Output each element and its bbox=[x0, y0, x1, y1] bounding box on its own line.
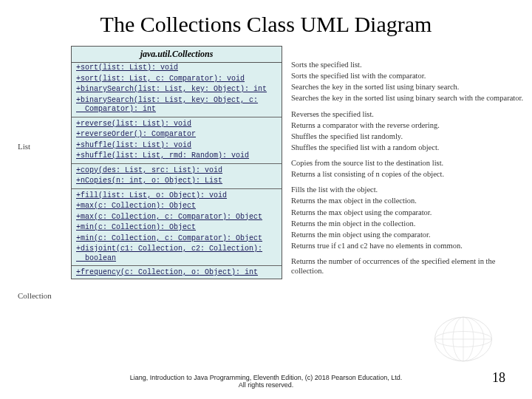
method-description: Searches the key in the sorted list usin… bbox=[291, 81, 528, 92]
uml-method: +sort(list: List): void bbox=[72, 63, 282, 74]
divider-icon bbox=[72, 117, 282, 117]
method-description: Fills the list with the object. bbox=[291, 184, 528, 195]
method-description: Copies from the source list to the desti… bbox=[291, 157, 528, 168]
uml-method: +shuffle(list: List, rmd: Random): void bbox=[72, 151, 282, 162]
uml-method: +reverseOrder(): Comparator bbox=[72, 129, 282, 140]
uml-method: +reverse(list: List): void bbox=[72, 119, 282, 130]
uml-method: +disjoint(c1: Collection, c2: Collection… bbox=[72, 244, 282, 264]
uml-method: +binarySearch(list: List, key: Object): … bbox=[72, 84, 282, 95]
globe-watermark-icon bbox=[430, 313, 497, 365]
method-description: Returns true if c1 and c2 have no elemen… bbox=[291, 240, 528, 251]
footer: Liang, Introduction to Java Programming,… bbox=[0, 374, 532, 389]
uml-method: +min(c: Collection, c: Comparator): Obje… bbox=[72, 233, 282, 245]
uml-class-header: java.util.Collections bbox=[72, 47, 282, 63]
method-description: Returns a list consisting of n copies of… bbox=[291, 168, 528, 180]
divider-icon bbox=[72, 163, 282, 164]
method-description: Reverses the specified list. bbox=[291, 109, 528, 120]
page-number: 18 bbox=[492, 370, 505, 386]
divider-icon bbox=[72, 265, 282, 266]
method-description: Searches the key in the sorted list usin… bbox=[291, 92, 528, 103]
uml-method: +min(c: Collection): Object bbox=[72, 222, 282, 233]
diagram-container: List Collection java.util.Collections +s… bbox=[18, 46, 514, 356]
uml-method: +shuffle(list: List): void bbox=[72, 140, 282, 151]
uml-method: +fill(list: List, o: Object): void bbox=[72, 191, 282, 202]
method-description: Returns the max object in the collection… bbox=[291, 195, 528, 206]
method-description: Returns the min object in the collection… bbox=[291, 218, 528, 229]
method-description: Returns the min object using the compara… bbox=[291, 229, 528, 240]
footer-line-2: All rights reserved. bbox=[239, 381, 294, 389]
uml-method: +sort(list: List, c: Comparator): void bbox=[72, 74, 282, 85]
method-description: Returns the max object using the compara… bbox=[291, 207, 528, 218]
method-description: Returns a comparator with the reverse or… bbox=[291, 120, 528, 131]
slide: The Collections Class UML Diagram List C… bbox=[0, 0, 532, 399]
slide-title: The Collections Class UML Diagram bbox=[18, 12, 514, 37]
uml-class-box: java.util.Collections +sort(list: List):… bbox=[71, 46, 282, 279]
footer-line-1: Liang, Introduction to Java Programming,… bbox=[130, 374, 403, 381]
uml-method: +binarySearch(list: List, key: Object, c… bbox=[72, 95, 282, 115]
method-description: Returns the number of occurrences of the… bbox=[291, 256, 528, 276]
descriptions-column: Sorts the specified list. Sorts the spec… bbox=[291, 59, 528, 276]
method-description: Shuffles the specified list with a rando… bbox=[291, 142, 528, 153]
uml-method: +nCopies(n: int, o: Object): List bbox=[72, 176, 282, 187]
label-collection: Collection bbox=[18, 291, 52, 300]
method-description: Sorts the specified list. bbox=[291, 59, 528, 70]
uml-method: +copy(des: List, src: List): void bbox=[72, 166, 282, 177]
label-list: List bbox=[18, 142, 30, 151]
uml-method: +frequency(c: Collection, o: Object): in… bbox=[72, 267, 282, 279]
divider-icon bbox=[72, 188, 282, 189]
uml-class-body: +sort(list: List): void +sort(list: List… bbox=[72, 63, 282, 279]
uml-method: +max(c: Collection, c: Comparator): Obje… bbox=[72, 212, 282, 223]
uml-method: +max(c: Collection): Object bbox=[72, 201, 282, 212]
method-description: Shuffles the specified list randomly. bbox=[291, 131, 528, 142]
method-description: Sorts the specified list with the compar… bbox=[291, 70, 528, 81]
